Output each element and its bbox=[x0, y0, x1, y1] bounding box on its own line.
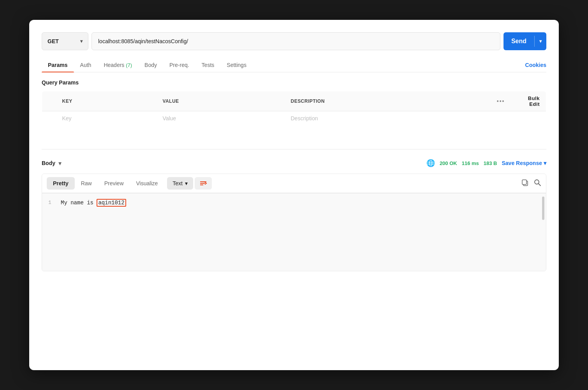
response-body-label: Body ▾ bbox=[42, 160, 62, 167]
tab-settings[interactable]: Settings bbox=[220, 58, 253, 72]
spacer bbox=[42, 126, 546, 140]
query-params-table: KEY VALUE DESCRIPTION ••• Bulk Edit Key … bbox=[42, 91, 546, 126]
status-badge: 200 OK bbox=[440, 160, 457, 166]
save-response-button[interactable]: Save Response ▾ bbox=[502, 160, 547, 166]
tab-body[interactable]: Body bbox=[138, 58, 163, 72]
method-select[interactable]: GET ▾ bbox=[42, 32, 88, 50]
resp-tab-pretty[interactable]: Pretty bbox=[47, 177, 75, 190]
tab-headers[interactable]: Headers (7) bbox=[97, 58, 138, 72]
key-column-header: KEY bbox=[56, 91, 157, 111]
send-chevron-icon: ▾ bbox=[535, 39, 546, 44]
wrap-button[interactable] bbox=[195, 177, 212, 190]
value-input-cell[interactable]: Value bbox=[156, 111, 284, 126]
tab-tests[interactable]: Tests bbox=[195, 58, 221, 72]
more-options-icon[interactable]: ••• bbox=[497, 98, 505, 104]
method-label: GET bbox=[48, 38, 59, 44]
resp-tab-visualize[interactable]: Visualize bbox=[130, 177, 164, 190]
url-bar: GET ▾ Send ▾ bbox=[42, 32, 546, 50]
response-section: Pretty Raw Preview Visualize Text ▾ bbox=[42, 174, 546, 271]
cookies-link[interactable]: Cookies bbox=[525, 58, 546, 72]
query-params-label: Query Params bbox=[42, 79, 546, 86]
headers-badge: (7) bbox=[126, 62, 132, 68]
value-column-header: VALUE bbox=[156, 91, 284, 111]
line-number-1: 1 bbox=[48, 200, 61, 206]
row-checkbox[interactable] bbox=[42, 111, 56, 126]
svg-rect-4 bbox=[522, 180, 526, 184]
svg-line-6 bbox=[539, 184, 540, 186]
search-icon[interactable] bbox=[533, 179, 541, 188]
tab-params[interactable]: Params bbox=[42, 58, 74, 72]
response-tabs-bar: Pretty Raw Preview Visualize Text ▾ bbox=[42, 174, 546, 193]
highlighted-value: aqin1012 bbox=[97, 199, 126, 207]
main-window: GET ▾ Send ▾ Params Auth Headers (7) Bod… bbox=[29, 20, 559, 370]
section-divider bbox=[42, 149, 546, 149]
description-column-header: DESCRIPTION bbox=[285, 91, 491, 111]
actions-col-header: ••• bbox=[491, 91, 511, 111]
response-time: 116 ms bbox=[462, 160, 479, 166]
body-chevron-icon[interactable]: ▾ bbox=[58, 160, 62, 167]
globe-icon: 🌐 bbox=[426, 159, 435, 167]
response-code-area: 1 My name is aqin1012 bbox=[42, 193, 546, 271]
url-input[interactable] bbox=[92, 32, 500, 50]
send-label: Send bbox=[503, 38, 534, 45]
format-dropdown[interactable]: Text ▾ bbox=[167, 177, 193, 190]
scrollbar-thumb[interactable] bbox=[542, 197, 544, 220]
send-button[interactable]: Send ▾ bbox=[503, 32, 546, 50]
tab-auth[interactable]: Auth bbox=[74, 58, 98, 72]
checkbox-col-header bbox=[42, 91, 56, 111]
tab-prereq[interactable]: Pre-req. bbox=[163, 58, 195, 72]
row-actions bbox=[491, 111, 511, 126]
code-content-1: My name is aqin1012 bbox=[61, 200, 126, 206]
table-row: Key Value Description bbox=[42, 111, 546, 126]
method-chevron-icon: ▾ bbox=[80, 39, 83, 44]
code-line-1: 1 My name is aqin1012 bbox=[42, 200, 546, 206]
description-input-cell[interactable]: Description bbox=[285, 111, 491, 126]
response-actions bbox=[521, 179, 541, 188]
resp-tab-preview[interactable]: Preview bbox=[98, 177, 130, 190]
resp-tab-raw[interactable]: Raw bbox=[75, 177, 98, 190]
save-response-chevron-icon: ▾ bbox=[544, 160, 546, 166]
row-bulk bbox=[511, 111, 546, 126]
response-bar: Body ▾ 🌐 200 OK 116 ms 183 B Save Respon… bbox=[42, 159, 546, 167]
copy-icon[interactable] bbox=[521, 179, 529, 188]
format-chevron-icon: ▾ bbox=[185, 180, 188, 186]
svg-point-5 bbox=[535, 180, 539, 184]
response-size: 183 B bbox=[484, 160, 497, 166]
request-tabs: Params Auth Headers (7) Body Pre-req. Te… bbox=[42, 58, 546, 72]
bulk-edit-col-header[interactable]: Bulk Edit bbox=[511, 91, 546, 111]
wrap-icon bbox=[199, 180, 207, 186]
key-input-cell[interactable]: Key bbox=[56, 111, 157, 126]
